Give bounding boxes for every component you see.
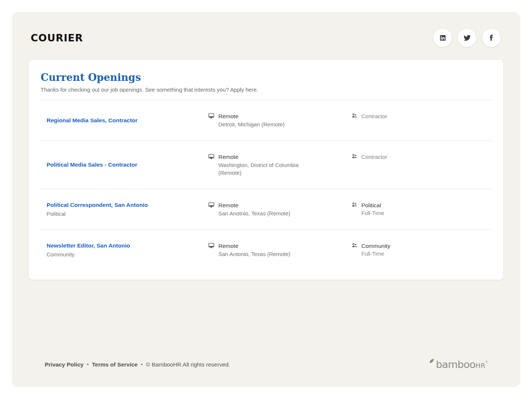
job-title-link[interactable]: Regional Media Sales, Contractor [47,117,137,124]
job-row: Newsletter Editor, San Antonio Community… [41,229,491,270]
location-detail: San Anotnio, Texas (Remote) [218,209,290,217]
location-detail: Washington, District of Columbia (Remote… [218,161,322,177]
openings-card: Current Openings Thanks for checking out… [29,60,503,280]
type-lines: Contractor [361,153,387,161]
job-meta: Remote Washington, District of Columbia … [208,153,491,177]
employment-type-label: Contractor [361,112,387,120]
social-buttons [433,28,501,47]
linkedin-icon [440,35,446,41]
footer: Privacy Policy • Terms of Service • © Ba… [45,359,488,370]
location-type: Remote [218,112,284,120]
job-type-column: Political Full-Time [351,201,491,217]
people-icon [351,202,358,209]
page-subtitle: Thanks for checking out our job openings… [41,86,491,93]
footer-links: Privacy Policy • Terms of Service • © Ba… [45,361,230,368]
job-title-column: Newsletter Editor, San Antonio Community [41,242,208,258]
people-icon [351,153,358,161]
employment-type-label: Contractor [361,153,387,161]
job-department-label: Political [47,211,208,217]
jobs-list: Regional Media Sales, Contractor Remote … [41,100,491,270]
employment-type-label: Full-Time [361,250,390,258]
job-row: Political Media Sales - Contractor Remot… [41,140,491,189]
job-title-link[interactable]: Political Media Sales - Contractor [47,161,137,168]
privacy-policy-link[interactable]: Privacy Policy [45,361,83,368]
careers-page-container: COURIER Current Openings Thanks for chec… [12,12,520,387]
job-group-label: Political [361,201,384,209]
people-icon [351,242,358,250]
linkedin-button[interactable] [433,28,452,47]
location-lines: Remote San Anotnio, Texas (Remote) [218,201,290,217]
bullet-separator: • [141,362,143,367]
job-title-column: Political Media Sales - Contractor [41,161,208,168]
registered-mark: ® [485,360,488,364]
location-lines: Remote Washington, District of Columbia … [218,153,322,177]
courier-logo: COURIER [31,32,83,44]
type-lines: Political Full-Time [361,201,384,217]
job-location-column: Remote Washington, District of Columbia … [208,153,351,177]
location-type: Remote [218,153,322,161]
location-type: Remote [218,242,290,250]
job-row: Political Correspondent, San Antonio Pol… [41,189,491,229]
job-group-label: Community [361,242,390,250]
twitter-icon [464,34,471,41]
monitor-icon [208,202,215,210]
job-title-link[interactable]: Political Correspondent, San Antonio [47,202,148,208]
bullet-separator: • [87,362,89,367]
location-detail: San Antonio, Texas (Remote) [218,250,290,258]
job-type-column: Contractor [351,153,491,161]
job-title-column: Regional Media Sales, Contractor [41,117,208,124]
job-type-column: Contractor [351,112,491,120]
bamboo-leaf-icon [428,357,436,365]
job-department-label: Community [47,251,208,258]
type-lines: Contractor [361,112,387,120]
job-location-column: Remote Detroit, Michigan (Remote) [208,112,351,128]
bamboohr-logo-hr: HR [475,362,485,369]
copyright-text: © BambooHR All rights reserved. [146,361,230,368]
bamboohr-logo[interactable]: bambooHR® [429,359,488,370]
monitor-icon [208,153,215,161]
people-icon [351,113,358,120]
location-detail: Detroit, Michigan (Remote) [218,120,284,128]
monitor-icon [208,113,215,121]
job-meta: Remote Detroit, Michigan (Remote) Contra… [208,112,491,128]
monitor-icon [208,242,215,250]
job-title-column: Political Correspondent, San Antonio Pol… [41,202,208,217]
facebook-icon [488,34,495,41]
job-row: Regional Media Sales, Contractor Remote … [41,100,491,140]
employment-type-label: Full-Time [361,209,384,217]
job-location-column: Remote San Anotnio, Texas (Remote) [208,201,351,217]
twitter-button[interactable] [457,28,477,47]
location-lines: Remote San Antonio, Texas (Remote) [218,242,290,258]
job-title-link[interactable]: Newsletter Editor, San Antonio [47,242,130,249]
job-meta: Remote San Antonio, Texas (Remote) Commu… [208,242,491,258]
job-location-column: Remote San Antonio, Texas (Remote) [208,242,351,258]
job-meta: Remote San Anotnio, Texas (Remote) Polit… [208,201,491,217]
type-lines: Community Full-Time [361,242,390,258]
page-title: Current Openings [41,72,491,83]
location-lines: Remote Detroit, Michigan (Remote) [218,112,284,128]
job-type-column: Community Full-Time [351,242,491,258]
location-type: Remote [218,201,290,209]
terms-of-service-link[interactable]: Terms of Service [92,361,138,368]
facebook-button[interactable] [482,28,501,47]
bamboohr-logo-text: bamboo [436,359,475,370]
topbar: COURIER [12,12,520,47]
